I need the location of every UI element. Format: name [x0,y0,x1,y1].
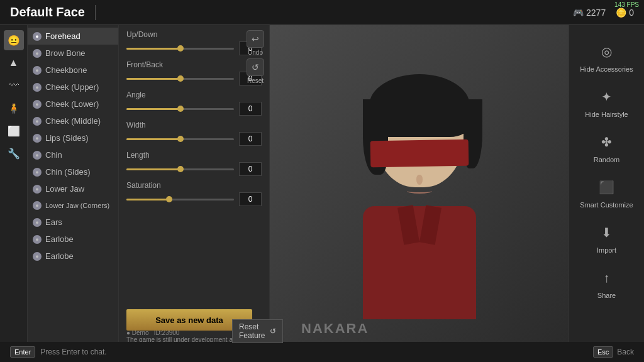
feature-item-earlobe1[interactable]: ● Earlobe [28,231,118,248]
width-fill [126,138,180,140]
smart-customize-label: Smart Customize [580,201,633,209]
undo-reset-area: ↩ Undo ↺ Reset [247,30,264,84]
updown-slider[interactable] [126,43,234,53]
currency2-value: 0 [629,8,634,18]
currency2-display: 🪙 0 [616,8,634,18]
saturation-label: Saturation [126,181,262,190]
frontback-slider-row: 0 [126,72,262,85]
main-area: 😐 ▲ 〰 🧍 ⬜ 🔧 ● Forehead ● Brow Bone ● Che… [0,25,644,362]
feature-item-cheek-lower[interactable]: ● Cheek (Lower) [28,96,118,112]
feature-item-lips-sides[interactable]: ● Lips (Sides) [28,129,118,146]
sidebar-icon-body[interactable]: ▲ [4,53,24,73]
length-slider[interactable] [126,164,234,174]
feature-dot: ● [33,134,42,143]
undo-button[interactable]: ↩ Undo [247,30,264,56]
feature-item-chin[interactable]: ● Chin [28,146,118,163]
sidebar-icon-mask[interactable]: ⬜ [4,121,24,141]
feature-label-lower-jaw-corners: Lower Jaw (Corners) [45,202,109,209]
smart-customize-icon: ⬛ [596,176,618,199]
feature-dot: ● [33,252,42,261]
feature-label-earlobe1: Earlobe [45,234,74,244]
feature-list: ● Forehead ● Brow Bone ● Cheekbone ● Che… [28,25,119,362]
import-label: Import [597,246,616,254]
hide-hairstyle-button[interactable]: ✦ Hide Hairstyle [569,80,644,123]
hide-accessories-button[interactable]: ◎ Hide Accessories [569,35,644,78]
logo-watermark: NAKARA [301,321,369,337]
mouth [407,189,432,194]
random-icon: ✤ [596,131,618,153]
frontback-label: Front/Back [126,60,262,69]
reset-label: Reset [247,77,264,84]
width-slider[interactable] [126,134,234,144]
control-angle: Angle 0 [126,90,262,116]
length-value: 0 [239,162,262,176]
bottom-hint-text: Press Enter to chat. [40,348,106,356]
random-button[interactable]: ✤ Random [569,126,644,168]
page-title: Default Face [10,5,85,19]
feature-item-cheek-middle[interactable]: ● Cheek (Middle) [28,112,118,129]
feature-dot: ● [33,201,42,210]
length-slider-row: 0 [126,162,262,176]
angle-slider[interactable] [126,104,234,114]
frontback-track [126,78,234,80]
feature-label-chin-sides: Chin (Sides) [45,167,91,177]
feature-item-ears[interactable]: ● Ears [28,214,118,231]
feature-label-cheek-upper: Cheek (Upper) [45,82,99,92]
feature-item-forehead[interactable]: ● Forehead [28,28,118,45]
saturation-track [126,199,234,200]
sidebar-icon-tools[interactable]: 🔧 [4,143,24,163]
control-length: Length 0 [126,151,262,176]
width-label: Width [126,121,262,129]
feature-item-lower-jaw-corners[interactable]: ● Lower Jaw (Corners) [28,197,118,214]
smart-customize-button[interactable]: ⬛ Smart Customize [569,171,644,214]
saturation-slider[interactable] [126,194,234,204]
bottom-bar: Enter Press Enter to chat. Esc Back [0,342,644,362]
feature-label-ears: Ears [45,217,62,227]
feature-item-browbone[interactable]: ● Brow Bone [28,45,118,62]
updown-label: Up/Down [126,30,262,39]
feature-label-browbone: Brow Bone [45,48,86,58]
reset-icon: ↺ [247,58,264,76]
angle-thumb [177,106,184,112]
feature-item-cheekbone[interactable]: ● Cheekbone [28,62,118,79]
import-button[interactable]: ⬇ Import [569,216,644,259]
sidebar-icon-eyes[interactable]: 〰 [4,75,24,96]
length-label: Length [126,151,262,160]
character-preview [325,68,514,319]
angle-track [126,108,234,110]
frontback-fill [126,78,180,80]
top-right-area: 🎮 2277 🪙 0 [573,8,634,18]
back-label: Back [617,348,634,356]
sidebar-icon-face[interactable]: 😐 [4,30,24,50]
control-frontback: Front/Back 0 [126,60,262,85]
feature-label-lips-sides: Lips (Sides) [45,133,89,143]
feature-item-cheek-upper[interactable]: ● Cheek (Upper) [28,79,118,96]
feature-label-cheek-lower: Cheek (Lower) [45,99,99,109]
random-label: Random [594,156,620,163]
feature-label-lower-jaw: Lower Jaw [45,184,84,194]
sidebar-icon-fullbody[interactable]: 🧍 [4,98,24,118]
frontback-thumb [177,75,184,82]
feature-item-earlobe2[interactable]: ● Earlobe [28,248,118,265]
share-button[interactable]: ↑ Share [569,261,644,304]
reset-feature-popup: Reset Feature ↺ [232,319,283,343]
reset-button[interactable]: ↺ Reset [247,58,264,84]
feature-label-cheek-middle: Cheek (Middle) [45,116,101,126]
feature-label-cheekbone: Cheekbone [45,65,87,75]
esc-key-badge: Esc [593,346,613,358]
length-track [126,168,234,170]
width-thumb [177,136,184,142]
feature-dot: ● [33,32,42,41]
feature-dot: ● [33,151,42,160]
feature-item-lower-jaw[interactable]: ● Lower Jaw [28,180,118,197]
length-fill [126,168,180,170]
currency1-display: 🎮 2277 [573,8,606,18]
frontback-slider[interactable] [126,74,234,84]
controls-panel: ↩ Undo ↺ Reset Up/Down 0 Fro [119,25,270,362]
hide-accessories-icon: ◎ [596,40,618,63]
feature-dot: ● [33,49,42,58]
undo-label: Undo [248,49,263,56]
saturation-thumb [166,196,172,202]
width-slider-row: 0 [126,132,262,146]
feature-item-chin-sides[interactable]: ● Chin (Sides) [28,163,118,180]
